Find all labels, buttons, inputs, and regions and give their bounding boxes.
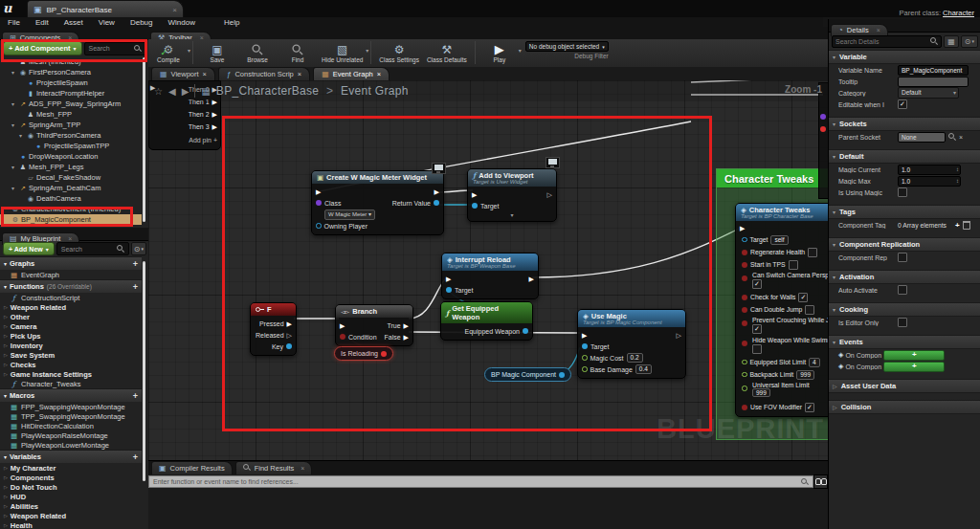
section-variables[interactable]: ▾Variables+: [0, 450, 142, 463]
component-interactprompthelper[interactable]: ▮InteractPromptHelper: [0, 88, 142, 99]
pin-icon[interactable]: [742, 320, 747, 326]
clear-icon[interactable]: ×: [959, 134, 963, 141]
node-header[interactable]: ƒ Add to Viewport Target is User Widget: [468, 169, 556, 187]
text-input[interactable]: BP_MagicComponent: [898, 65, 969, 76]
bool-pin-icon[interactable]: [820, 126, 826, 132]
chevron-down-icon[interactable]: ▾: [366, 47, 368, 54]
details-search-input[interactable]: Search Details: [832, 35, 942, 48]
category-pick-ups[interactable]: ▷Pick Ups: [0, 331, 142, 341]
menu-debug[interactable]: Debug: [122, 18, 161, 27]
close-icon[interactable]: ×: [172, 6, 177, 14]
add-icon[interactable]: +: [133, 282, 138, 292]
component-thirdpersoncamera[interactable]: ▾◉ThirdPersonCamera: [0, 130, 142, 141]
pin-regenerate-health[interactable]: Regenerate Health: [740, 246, 828, 258]
category-components[interactable]: ▷Components: [0, 473, 142, 482]
category-health[interactable]: ▷Health: [0, 520, 142, 529]
item-constructionscript[interactable]: ƒConstructionScript: [0, 293, 142, 302]
toolbar-browse[interactable]: Browse: [237, 39, 278, 67]
pin-value[interactable]: self: [770, 235, 788, 245]
add-icon[interactable]: +: [133, 391, 138, 401]
character-tweaks-node[interactable]: ◈ Character Tweaks Target is BP Characte…: [735, 203, 828, 417]
pin-start-in-tps[interactable]: Start in TPS: [740, 258, 828, 271]
class-dropdown[interactable]: W Magic Meter ▾: [324, 209, 375, 220]
socket-input[interactable]: None: [898, 132, 946, 143]
expander-icon[interactable]: ▾: [11, 121, 17, 128]
expander-icon[interactable]: ▾: [11, 185, 17, 191]
is-reloading-variable[interactable]: Is Reloading: [334, 346, 393, 361]
pin-icon[interactable]: [742, 276, 747, 281]
item-character-tweaks[interactable]: ƒCharacter_Tweaks: [0, 379, 142, 388]
equipped-weapon-pin[interactable]: [523, 328, 528, 334]
toolbar-class-defaults[interactable]: ⚒Class Defaults: [423, 39, 471, 67]
category-weapon-related[interactable]: ▷Weapon Related: [0, 302, 142, 312]
component-projectilespawn[interactable]: ●ProjectileSpawn: [0, 77, 142, 88]
component-springarm-deathcam[interactable]: ▾↗SpringArm_DeathCam: [0, 183, 142, 193]
item-tpp-swappingweaponmontage[interactable]: ▦TPP_SwappingWeaponMontage: [0, 411, 142, 421]
pin-checkbox[interactable]: [752, 344, 762, 354]
tab-viewport[interactable]: ▦Viewport×: [151, 67, 215, 80]
item-playweaponlowermontage[interactable]: ▦PlayWeaponLowerMontage: [0, 440, 142, 450]
checkbox[interactable]: [898, 318, 907, 327]
menu-help[interactable]: Help: [216, 18, 247, 27]
node-header[interactable]: ▣ Create W Magic Meter Widget: [312, 171, 443, 184]
category-checks[interactable]: ▷Checks: [0, 360, 142, 369]
component-projectilespawntpp[interactable]: ●ProjectileSpawnTPP: [0, 141, 142, 151]
close-icon[interactable]: ×: [203, 70, 207, 78]
toolbar-save[interactable]: ▣Save: [197, 39, 237, 67]
pin-icon[interactable]: [742, 307, 747, 313]
pin-then-2[interactable]: Then 2▶: [152, 108, 217, 121]
section-header-variable[interactable]: ▾Variable: [829, 50, 980, 64]
target-pin[interactable]: [582, 343, 588, 349]
toolbar-find[interactable]: Find: [278, 39, 318, 67]
component-decal-fakeshadow[interactable]: ▱Decal_FakeShadow: [0, 172, 142, 183]
pin-value[interactable]: 4: [809, 358, 820, 367]
component-deathcamera[interactable]: ◉DeathCamera: [0, 193, 142, 204]
pin-hide-weapon-while-swimming[interactable]: Hide Weapon While Swimming: [740, 336, 828, 356]
pin-value[interactable]: 999: [752, 388, 770, 397]
component-dropweaponlocation[interactable]: ●DropWeaponLocation: [0, 151, 142, 162]
pin-icon[interactable]: [742, 372, 747, 378]
branch-node[interactable]: ◅▻ Branch ▶ True ▶ Condition False ▶: [335, 304, 413, 346]
tab-event-graph[interactable]: ▦Event Graph×: [313, 67, 390, 80]
class-pin[interactable]: [316, 200, 322, 206]
pin-icon[interactable]: [742, 360, 747, 365]
asset-tab[interactable]: ▣ BP_CharacterBase ×: [27, 0, 184, 18]
exec-in-pin[interactable]: ▶: [340, 322, 345, 329]
menu-file[interactable]: File: [0, 18, 28, 27]
checkbox[interactable]: [898, 187, 907, 197]
node-header[interactable]: ◈ Use Magic Target is BP Magic Component: [578, 310, 685, 327]
pin-icon[interactable]: [742, 262, 747, 268]
dropdown[interactable]: Default▾: [898, 87, 959, 99]
get-equipped-weapon-node[interactable]: ƒ Get Equipped Weapon Equipped Weapon: [440, 301, 533, 341]
add-event-button[interactable]: +: [883, 362, 945, 372]
find-in-blueprints-button[interactable]: [813, 474, 828, 489]
breadcrumb-current[interactable]: Event Graph: [341, 84, 409, 98]
pin-check-for-walls[interactable]: Check for Walls✓: [740, 291, 828, 303]
create-widget-node[interactable]: ▣ Create W Magic Meter Widget ▶ ▶ Class …: [311, 170, 444, 235]
view-options-button[interactable]: ⊙ ▾: [961, 35, 978, 48]
visibility-filter-button[interactable]: ⊙ ▾: [131, 242, 146, 255]
pin-icon[interactable]: [742, 386, 747, 391]
expander-icon[interactable]: ▾: [11, 100, 17, 107]
section-header-sockets[interactable]: ▾Sockets: [829, 117, 980, 131]
object-output-pin[interactable]: [559, 372, 565, 378]
pin-icon[interactable]: [742, 405, 747, 410]
parent-class-link[interactable]: Character: [943, 9, 974, 17]
target-pin[interactable]: [472, 203, 478, 209]
node-header[interactable]: ◅▻ Branch: [336, 305, 412, 318]
item-hitdirectioncalculation[interactable]: ▦HitDirectionCalculation: [0, 421, 142, 430]
exec-in-pin[interactable]: ▶: [446, 276, 451, 282]
add-icon[interactable]: +: [133, 259, 138, 269]
category-other[interactable]: ▷Other: [0, 312, 142, 321]
close-icon[interactable]: ×: [377, 70, 381, 78]
exec-out-pin[interactable]: ▷: [677, 332, 681, 339]
category-camera[interactable]: ▷Camera: [0, 321, 142, 331]
component-springarm-tpp[interactable]: ▾↗SpringArm_TPP: [0, 120, 142, 130]
section-header-component-replication[interactable]: ▾Component Replication: [829, 237, 980, 252]
pin-prevent-crouching-while-jumping[interactable]: Prevent Crouching While Jumping✓: [740, 316, 828, 336]
component-charactermovement-inherited[interactable]: ⊕CharacterMovement (Inherited): [0, 204, 142, 214]
forward-icon[interactable]: ▶: [182, 86, 189, 97]
pin-icon[interactable]: [742, 237, 747, 243]
close-icon[interactable]: ×: [301, 465, 304, 472]
component-mesh-fpp[interactable]: ♟Mesh_FPP: [0, 109, 142, 120]
